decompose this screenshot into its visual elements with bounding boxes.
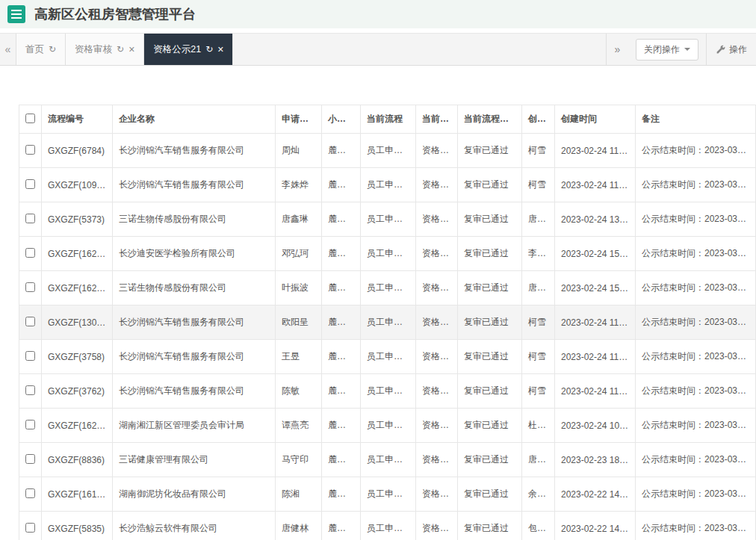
cell-process-status: 复审已通过	[458, 237, 522, 271]
cell-created-time: 2023-02-24 15:06:53	[555, 237, 636, 271]
column-header: 申请姓名	[276, 105, 322, 134]
cell-applicant-name: 邓弘珂	[276, 237, 322, 271]
cell-process-status: 复审已通过	[458, 305, 522, 340]
cell-remark: 公示结束时间：2023-03-03 16:04:39	[636, 271, 756, 305]
tab[interactable]: 资格审核 ↻ ×	[66, 34, 144, 65]
cell-process-code: GXGZF(16261)	[42, 237, 113, 271]
tab-label: 资格审核	[75, 43, 112, 56]
close-icon[interactable]: ×	[128, 44, 134, 55]
cell-current-node: 资格公示	[416, 512, 458, 540]
column-header: 创建人	[522, 105, 555, 134]
table-row[interactable]: GXGZF(10983) 长沙润锦汽车销售服务有限公司 李姝烨 麓城印象 员工申…	[19, 168, 756, 202]
cell-current-node: 资格公示	[416, 305, 458, 340]
operation-button[interactable]: 操作	[706, 34, 756, 65]
tab[interactable]: 首页 ↻	[16, 34, 66, 65]
cell-creator: 李朝辉	[522, 237, 555, 271]
cell-created-time: 2023-02-24 11:16:34	[555, 374, 636, 409]
cell-community-name: 麓城印象	[322, 271, 361, 305]
table-row[interactable]: GXGZF(6784) 长沙润锦汽车销售服务有限公司 周灿 麓城印象 员工申请流…	[19, 134, 756, 168]
close-operations-dropdown[interactable]: 关闭操作	[636, 39, 698, 60]
table-row[interactable]: GXGZF(3762) 长沙润锦汽车销售服务有限公司 陈敏 麓城印象 员工申请流…	[19, 374, 756, 409]
cell-process-status: 复审已通过	[458, 443, 522, 477]
cell-remark: 公示结束时间：2023-03-03 11:57:39	[636, 305, 756, 340]
row-checkbox[interactable]	[25, 179, 35, 189]
cell-process-code: GXGZF(10983)	[42, 168, 113, 202]
cell-created-time: 2023-02-22 14:45:46	[555, 477, 636, 512]
table-row[interactable]: GXGZF(16261) 长沙迪安医学检验所有限公司 邓弘珂 麓城印象 员工申请…	[19, 237, 756, 271]
close-icon[interactable]: ×	[217, 44, 223, 55]
cell-remark: 公示结束时间：2023-03-03 16:12:26	[636, 202, 756, 237]
cell-community-name: 麓城印象	[322, 202, 361, 237]
cell-remark: 公示结束时间：2023-03-03 11:04:50	[636, 443, 756, 477]
table-row[interactable]: GXGZF(5835) 长沙浩鲸云软件有限公司 唐健林 麓城印象 员工申请流程 …	[19, 512, 756, 540]
row-checkbox[interactable]	[25, 420, 35, 429]
cell-remark: 公示结束时间：2023-03-01 15:38:58	[636, 477, 756, 512]
row-checkbox[interactable]	[25, 488, 35, 498]
cell-creator: 唐金玉	[522, 443, 555, 477]
row-checkbox-cell	[19, 134, 42, 168]
column-header: 小区名称	[322, 105, 361, 134]
cell-current-node: 资格公示	[416, 168, 458, 202]
table-row[interactable]: GXGZF(8836) 三诺健康管理有限公司 马守印 麓城印象 员工申请流程 资…	[19, 443, 756, 477]
cell-created-time: 2023-02-24 11:16:34	[555, 134, 636, 168]
row-checkbox-cell	[19, 409, 42, 443]
cell-applicant-name: 唐鑫琳	[276, 202, 322, 237]
cell-community-name: 麓城印象	[322, 340, 361, 374]
column-header: 备注	[636, 105, 756, 134]
row-checkbox[interactable]	[25, 385, 35, 395]
row-checkbox[interactable]	[25, 454, 35, 464]
refresh-icon[interactable]: ↻	[205, 44, 213, 55]
table-row[interactable]: GXGZF(16266) 三诺生物传感股份有限公司 叶振波 麓城印象 员工申请流…	[19, 271, 756, 305]
cell-remark: 公示结束时间：2023-03-03 11:13:57	[636, 409, 756, 443]
cell-created-time: 2023-02-24 11:16:34	[555, 305, 636, 340]
cell-current-node: 资格公示	[416, 477, 458, 512]
cell-process-status: 复审已通过	[458, 409, 522, 443]
row-checkbox[interactable]	[25, 523, 35, 533]
row-checkbox[interactable]	[25, 317, 35, 326]
cell-created-time: 2023-02-24 15:11:33	[555, 271, 636, 305]
cell-current-process: 员工申请流程	[361, 305, 416, 340]
column-header: 流程编号	[42, 105, 113, 134]
select-all-checkbox[interactable]	[25, 114, 35, 123]
table-row[interactable]: GXGZF(13050) 长沙润锦汽车销售服务有限公司 欧阳呈 麓城印象 员工申…	[19, 305, 756, 340]
column-header: 企业名称	[113, 105, 276, 134]
table-row[interactable]: GXGZF(3758) 长沙润锦汽车销售服务有限公司 王昱 麓城印象 员工申请流…	[19, 340, 756, 374]
cell-created-time: 2023-02-24 11:16:35	[555, 168, 636, 202]
table-row[interactable]: GXGZF(5373) 三诺生物传感股份有限公司 唐鑫琳 麓城印象 员工申请流程…	[19, 202, 756, 237]
scroll-tabs-left-button[interactable]: «	[0, 34, 16, 65]
scroll-tabs-right-button[interactable]: »	[606, 34, 628, 65]
cell-process-code: GXGZF(3762)	[42, 374, 113, 409]
cell-community-name: 麓城印象	[322, 168, 361, 202]
cell-applicant-name: 马守印	[276, 443, 322, 477]
cell-company-name: 长沙迪安医学检验所有限公司	[113, 237, 276, 271]
cell-community-name: 麓城印象	[322, 305, 361, 340]
cell-remark: 公示结束时间：2023-03-01 15:37:42	[636, 512, 756, 540]
tab[interactable]: 资格公示21 ↻ ×	[144, 34, 233, 65]
cell-applicant-name: 唐健林	[276, 512, 322, 540]
row-checkbox[interactable]	[25, 282, 35, 292]
cell-current-process: 员工申请流程	[361, 168, 416, 202]
cell-process-status: 复审已通过	[458, 340, 522, 374]
cell-process-code: GXGZF(16198)	[42, 477, 113, 512]
cell-current-process: 员工申请流程	[361, 512, 416, 540]
chevron-down-icon	[684, 48, 690, 51]
refresh-icon[interactable]: ↻	[117, 44, 124, 55]
row-checkbox-cell	[19, 237, 42, 271]
row-checkbox[interactable]	[25, 248, 35, 258]
cell-applicant-name: 李姝烨	[276, 168, 322, 202]
refresh-icon[interactable]: ↻	[49, 44, 56, 55]
menu-toggle-button[interactable]	[7, 5, 25, 23]
table-body: GXGZF(6784) 长沙润锦汽车销售服务有限公司 周灿 麓城印象 员工申请流…	[19, 134, 756, 540]
row-checkbox[interactable]	[25, 145, 35, 155]
row-checkbox[interactable]	[25, 351, 35, 361]
wrench-icon	[716, 45, 725, 55]
cell-creator: 唐金玉	[522, 202, 555, 237]
cell-created-time: 2023-02-23 18:12:17	[555, 443, 636, 477]
cell-current-process: 员工申请流程	[361, 477, 416, 512]
row-checkbox-cell	[19, 340, 42, 374]
row-checkbox[interactable]	[25, 214, 35, 223]
column-header: 当前流程	[361, 105, 416, 134]
table-row[interactable]: GXGZF(16257) 湖南湘江新区管理委员会审计局 谭燕亮 麓城印象 员工申…	[19, 409, 756, 443]
table-row[interactable]: GXGZF(16198) 湖南御泥坊化妆品有限公司 陈湘 麓城印象 员工申请流程…	[19, 477, 756, 512]
tab-label: 资格公示21	[153, 43, 201, 56]
